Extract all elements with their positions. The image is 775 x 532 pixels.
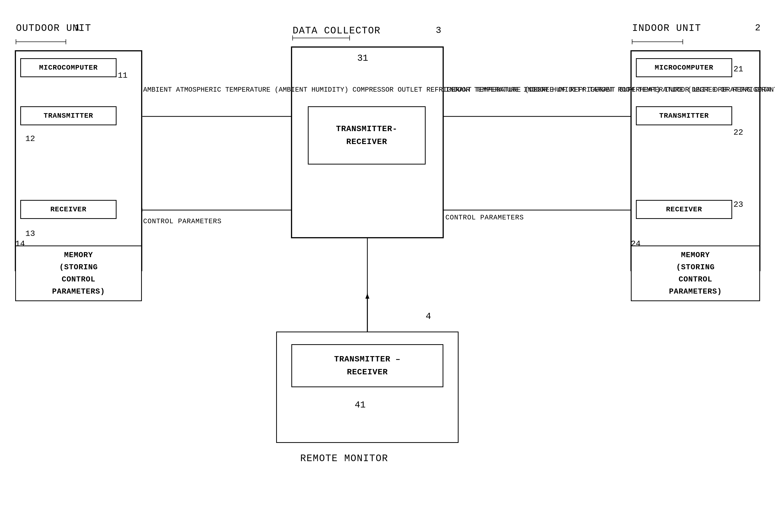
indoor-memory-text: MEMORY (STORING CONTROL PARAMETERS) <box>669 249 722 298</box>
num1-label: 1 <box>75 23 80 33</box>
diagram: OUTDOOR UNIT 1 INDOOR UNIT 2 DATA COLLEC… <box>0 0 775 532</box>
num4-label: 4 <box>426 311 431 322</box>
outdoor-receiver-box: RECEIVER <box>20 200 116 219</box>
outdoor-memory-box: MEMORY (STORING CONTROL PARAMETERS) <box>15 245 142 301</box>
data-collector-label: DATA COLLECTOR <box>293 25 381 36</box>
svg-marker-13 <box>365 294 369 299</box>
rm-transmitter-receiver-box: TRANSMITTER – RECEIVER <box>291 344 443 387</box>
indoor-unit-label: INDOOR UNIT <box>632 23 701 34</box>
control-params-right-label: CONTROL PARAMETERS <box>445 213 524 223</box>
dc-transmitter-receiver-box: TRANSMITTER- RECEIVER <box>308 106 426 165</box>
outdoor-transmitter-box: TRANSMITTER <box>20 106 116 125</box>
indoor-transmitter-box: TRANSMITTER <box>636 106 732 125</box>
num21-label: 21 <box>733 65 743 74</box>
num24-label: 24 <box>631 239 641 249</box>
num22-label: 22 <box>733 128 743 137</box>
indoor-data-text: INDOOR TEMPERATURE INDOOR HUMIDITY TARGE… <box>445 85 775 95</box>
remote-monitor-label: REMOTE MONITOR <box>300 453 388 464</box>
num13-label: 13 <box>25 229 35 238</box>
num12-label: 12 <box>25 134 35 144</box>
rm-tr-text: TRANSMITTER – RECEIVER <box>334 353 401 379</box>
num2-label: 2 <box>755 23 761 33</box>
indoor-microcomputer-box: MICROCOMPUTER <box>636 58 732 77</box>
num3-label: 3 <box>436 25 441 36</box>
indoor-unit-box <box>631 51 760 271</box>
indoor-receiver-box: RECEIVER <box>636 200 732 219</box>
outdoor-microcomputer-box: MICROCOMPUTER <box>20 58 116 77</box>
num11-label: 11 <box>118 71 127 80</box>
indoor-memory-box: MEMORY (STORING CONTROL PARAMETERS) <box>631 245 760 301</box>
outdoor-memory-text: MEMORY (STORING CONTROL PARAMETERS) <box>52 249 105 298</box>
control-params-left-label: CONTROL PARAMETERS <box>143 216 222 227</box>
num41-label: 41 <box>355 400 366 410</box>
num14-label: 14 <box>15 239 25 249</box>
num23-label: 23 <box>733 200 743 209</box>
num31-label: 31 <box>357 53 368 64</box>
dc-tr-text: TRANSMITTER- RECEIVER <box>336 122 397 148</box>
